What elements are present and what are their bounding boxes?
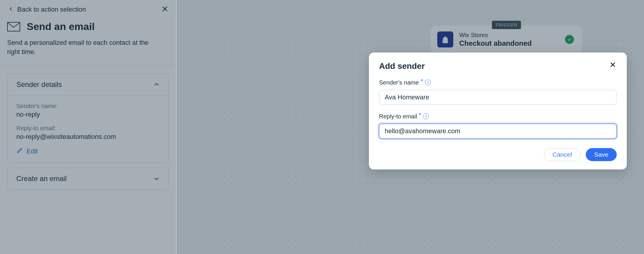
create-email-header[interactable]: Create an email [7, 168, 169, 189]
add-sender-modal: Add sender Sender's name * i Reply-to em… [369, 53, 627, 169]
back-link[interactable]: Back to action selection [8, 6, 86, 13]
panel-top-row: Back to action selection [0, 0, 176, 18]
modal-title: Add sender [379, 61, 425, 71]
required-indicator: * [419, 111, 422, 119]
reply-to-email-input[interactable] [379, 124, 617, 139]
chevron-up-icon [153, 81, 160, 88]
sender-details-header[interactable]: Sender details [7, 74, 169, 95]
info-icon[interactable]: i [425, 80, 431, 85]
sender-name-label: Sender's name: [16, 103, 160, 109]
section-title: Sender details [16, 80, 62, 89]
svg-rect-2 [7, 22, 20, 31]
page-title: Send an email [27, 21, 95, 32]
edit-link[interactable]: Edit [16, 147, 38, 155]
cancel-button[interactable]: Cancel [544, 148, 580, 161]
reply-to-value: no-reply@wixsiteautomations.com [16, 133, 160, 141]
modal-actions: Cancel Save [379, 148, 617, 161]
close-button[interactable] [161, 5, 169, 14]
section-title: Create an email [16, 174, 67, 183]
sender-details-section: Sender details Sender's name: no-reply R… [7, 74, 169, 163]
page-subtitle: Send a personalized email to each contac… [7, 38, 150, 57]
sender-name-value: no-reply [16, 111, 160, 118]
envelope-icon [7, 22, 20, 31]
required-indicator: * [421, 77, 423, 85]
info-icon[interactable]: i [423, 113, 429, 119]
reply-to-email-group: Reply-to email * i [379, 112, 617, 139]
sender-name-label: Sender's name [379, 79, 419, 86]
pencil-icon [16, 147, 23, 155]
chevron-down-icon [153, 175, 160, 182]
edit-label: Edit [26, 147, 38, 155]
sender-details-body: Sender's name: no-reply Reply-to email: … [7, 95, 169, 163]
sender-name-group: Sender's name * i [379, 79, 617, 105]
left-panel: Back to action selection Send an email S… [0, 0, 176, 254]
sections: Sender details Sender's name: no-reply R… [0, 66, 176, 202]
automation-canvas: TRIGGER Wix Stores Checkout abandoned Ad… [176, 0, 644, 254]
create-email-section: Create an email [7, 168, 169, 190]
modal-close-button[interactable] [609, 61, 617, 69]
title-block: Send an email Send a personalized email … [0, 18, 176, 66]
sender-name-input[interactable] [379, 90, 617, 105]
close-icon [609, 61, 616, 69]
save-button[interactable]: Save [586, 148, 617, 161]
chevron-left-icon [8, 6, 14, 13]
back-label: Back to action selection [17, 6, 86, 13]
app-root: Back to action selection Send an email S… [0, 0, 644, 254]
close-icon [161, 5, 169, 14]
reply-to-label: Reply-to email: [16, 125, 160, 132]
reply-to-label: Reply-to email [379, 113, 417, 120]
